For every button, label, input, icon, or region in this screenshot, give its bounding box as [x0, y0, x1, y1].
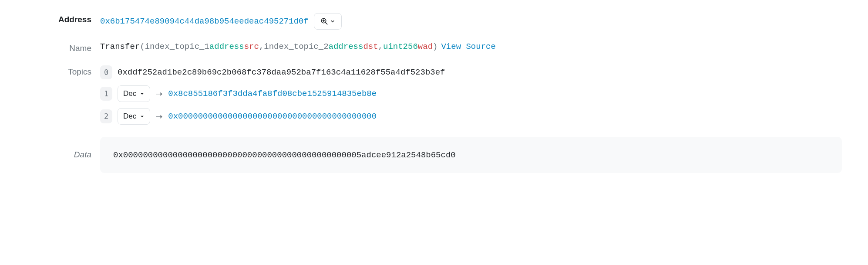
param-sep: , — [378, 42, 383, 51]
param0-type: address — [209, 42, 244, 51]
param2-name: wad — [418, 42, 433, 51]
param-sep: , — [259, 42, 264, 51]
topic-2-value-link[interactable]: 0x00000000000000000000000000000000000000… — [168, 112, 377, 121]
address-actions-button[interactable] — [314, 13, 342, 30]
search-plus-icon — [320, 17, 328, 25]
topic-index-2: 2 — [100, 109, 112, 123]
data-label: Data — [26, 137, 100, 160]
param1-name: dst — [363, 42, 378, 51]
arrow-right-icon: ➝ — [155, 111, 163, 122]
param2-type: uint256 — [383, 42, 418, 51]
arrow-right-icon: ➝ — [155, 88, 163, 99]
topic-1-format-select[interactable]: Dec — [118, 85, 150, 102]
chevron-down-icon — [330, 19, 335, 24]
topic-index-1: 1 — [100, 87, 112, 101]
select-value: Dec — [123, 112, 136, 121]
select-value: Dec — [123, 89, 136, 98]
address-label: Address — [26, 13, 100, 24]
topic-2-format-select[interactable]: Dec — [118, 108, 150, 125]
event-signature: Transfer ( index_topic_1 address src , i… — [100, 42, 842, 51]
address-link[interactable]: 0x6b175474e89094c44da98b954eedeac495271d… — [100, 17, 309, 26]
param0-index: index_topic_1 — [145, 42, 209, 51]
topic-0-hash: 0xddf252ad1be2c89b69c2b068fc378daa952ba7… — [118, 68, 445, 77]
topic-index-0: 0 — [100, 65, 112, 79]
paren-open: ( — [140, 42, 145, 51]
chevron-down-icon — [140, 92, 145, 96]
event-name: Transfer — [100, 42, 140, 51]
name-label: Name — [26, 42, 100, 53]
param1-type: address — [329, 42, 363, 51]
view-source-link[interactable]: View Source — [441, 42, 495, 51]
chevron-down-icon — [140, 114, 145, 119]
paren-close: ) — [433, 42, 437, 51]
topic-1-value-link[interactable]: 0x8c855186f3f3dda4fa8fd08cbe1525914835eb… — [168, 89, 377, 99]
topics-label: Topics — [26, 65, 100, 77]
data-box: 0x00000000000000000000000000000000000000… — [100, 137, 842, 173]
param0-name: src — [244, 42, 259, 51]
svg-line-1 — [326, 23, 327, 24]
data-value: 0x00000000000000000000000000000000000000… — [113, 150, 456, 160]
param1-index: index_topic_2 — [264, 42, 328, 51]
